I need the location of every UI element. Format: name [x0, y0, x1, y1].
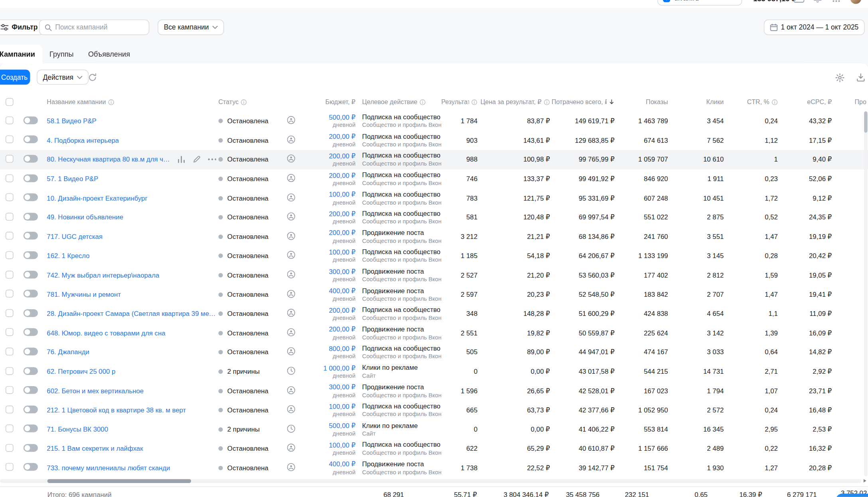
- campaign-name-link[interactable]: 717. UGC детская: [47, 233, 103, 241]
- budget-value[interactable]: 300,00 ₽: [329, 268, 356, 276]
- row-toggle[interactable]: [24, 213, 38, 221]
- campaign-name-link[interactable]: 733. почему миллениалы любят сканди: [47, 464, 170, 472]
- table-row[interactable]: 733. почему миллениалы любят сканди Оста…: [0, 458, 868, 477]
- row-toggle[interactable]: [24, 347, 38, 355]
- row-toggle[interactable]: [24, 232, 38, 240]
- row-toggle[interactable]: [24, 290, 38, 298]
- col-impressions[interactable]: Показы: [646, 99, 668, 105]
- row-checkbox[interactable]: [6, 367, 14, 375]
- budget-value[interactable]: 100,00 ₽: [329, 402, 356, 410]
- tab-groups[interactable]: Группы: [42, 45, 81, 63]
- tab-campaigns[interactable]: Кампании: [0, 45, 42, 63]
- row-toggle[interactable]: [24, 309, 38, 317]
- table-row[interactable]: 781. Мужчины и ремонт Остановлена 400,00…: [0, 285, 868, 304]
- budget-value[interactable]: 1 000,00 ₽: [324, 364, 356, 372]
- campaign-name-link[interactable]: 4. Подборка интерьера: [47, 136, 119, 144]
- campaign-name-link[interactable]: 648. Юмор. видео с товарами для сна: [47, 329, 165, 337]
- row-toggle[interactable]: [24, 463, 38, 471]
- campaign-name-link[interactable]: 742. Муж выбрал интерьер\наорала: [47, 271, 159, 279]
- account-selector[interactable]: divan.ru: [657, 0, 742, 6]
- campaign-name-link[interactable]: 162. 1 Кресло: [47, 252, 89, 260]
- budget-value[interactable]: 300,00 ₽: [329, 383, 356, 391]
- table-row[interactable]: 10. Дизайн-проект Екатеринбург Остановле…: [0, 189, 868, 208]
- edit-pencil-icon[interactable]: [193, 156, 201, 164]
- row-toggle[interactable]: [24, 116, 38, 124]
- row-toggle[interactable]: [24, 136, 38, 144]
- budget-value[interactable]: 200,00 ₽: [329, 172, 356, 179]
- campaign-name-link[interactable]: 49. Новинки объявление: [47, 213, 123, 221]
- campaign-type-select[interactable]: Все кампании: [158, 20, 224, 35]
- table-settings-button[interactable]: [834, 73, 844, 83]
- col-spent[interactable]: Потрачено всего, ₽: [552, 98, 607, 106]
- campaign-name-link[interactable]: 80. Нескучная квартира 80 кв.м для четве…: [47, 156, 170, 164]
- table-row[interactable]: 212. 1 Цветовой код в квартире 38 кв. м …: [0, 400, 868, 420]
- row-toggle[interactable]: [24, 386, 38, 394]
- date-range-button[interactable]: 1 окт 2024 — 1 окт 2025: [763, 20, 864, 35]
- select-all-checkbox[interactable]: [6, 98, 14, 106]
- campaign-name-link[interactable]: 212. 1 Цветовой код в квартире 38 кв. м …: [47, 406, 186, 414]
- table-row[interactable]: 717. UGC детская Остановлена 200,00 ₽ дн…: [0, 227, 868, 246]
- row-toggle[interactable]: [24, 270, 38, 278]
- row-checkbox[interactable]: [6, 213, 14, 221]
- apps-grid-icon[interactable]: [832, 0, 840, 6]
- vertical-scrollbar-thumb[interactable]: [864, 111, 867, 132]
- payments-icon[interactable]: [793, 0, 805, 6]
- horizontal-scrollbar-thumb[interactable]: [47, 479, 191, 483]
- row-checkbox[interactable]: [6, 425, 14, 433]
- budget-value[interactable]: 500,00 ₽: [329, 422, 356, 430]
- table-row[interactable]: 76. Джапанди Остановлена 800,00 ₽ дневно…: [0, 343, 868, 362]
- budget-value[interactable]: 200,00 ₽: [329, 229, 356, 237]
- row-toggle[interactable]: [24, 155, 38, 163]
- row-toggle[interactable]: [24, 405, 38, 413]
- table-row[interactable]: 4. Подборка интерьера Остановлена 200,00…: [0, 131, 868, 150]
- balance[interactable]: 133 987,16 ₽: [753, 0, 797, 6]
- statistics-icon[interactable]: [177, 156, 185, 164]
- table-row[interactable]: 58.1 Видео P&P Остановлена 500,00 ₽ днев…: [0, 111, 868, 130]
- row-checkbox[interactable]: [6, 444, 14, 452]
- table-row[interactable]: 80. Нескучная квартира 80 кв.м для четве…: [0, 150, 868, 169]
- budget-value[interactable]: 800,00 ₽: [329, 345, 356, 353]
- budget-value[interactable]: 100,00 ₽: [329, 441, 356, 449]
- actions-button[interactable]: Действия: [37, 70, 89, 85]
- row-checkbox[interactable]: [6, 463, 14, 471]
- table-row[interactable]: 71. Бонусы ВК 3000 2 причины 500,00 ₽ дн…: [0, 420, 868, 439]
- row-checkbox[interactable]: [6, 116, 14, 124]
- row-checkbox[interactable]: [6, 290, 14, 298]
- table-row[interactable]: 62. Петрович 25 000 р 2 причины 1 000,00…: [0, 362, 868, 381]
- col-cost-per-result[interactable]: Цена за результат, ₽: [480, 98, 541, 106]
- tab-ads[interactable]: Объявления: [81, 45, 137, 63]
- table-row[interactable]: 215. 1 Вам секретик и лайфхак Остановлен…: [0, 439, 868, 458]
- help-button[interactable]: [836, 493, 868, 497]
- row-checkbox[interactable]: [6, 270, 14, 278]
- row-checkbox[interactable]: [6, 174, 14, 182]
- row-checkbox[interactable]: [6, 155, 14, 163]
- row-toggle[interactable]: [24, 367, 38, 375]
- refresh-button[interactable]: [87, 73, 97, 83]
- table-row[interactable]: 28. Дизайн-проект Самара (Светлая кварти…: [0, 304, 868, 323]
- table-row[interactable]: 162. 1 Кресло Остановлена 100,00 ₽ дневн…: [0, 247, 868, 266]
- budget-value[interactable]: 200,00 ₽: [329, 325, 356, 333]
- export-button[interactable]: [856, 73, 866, 83]
- row-toggle[interactable]: [24, 193, 38, 201]
- search-input[interactable]: [55, 24, 144, 32]
- notifications-bell-icon[interactable]: [813, 0, 822, 6]
- row-checkbox[interactable]: [6, 405, 14, 413]
- row-toggle[interactable]: [24, 425, 38, 433]
- col-ecpc[interactable]: eCPC, ₽: [807, 98, 832, 106]
- table-row[interactable]: 648. Юмор. видео с товарами для сна Оста…: [0, 323, 868, 343]
- row-checkbox[interactable]: [6, 251, 14, 259]
- budget-value[interactable]: 400,00 ₽: [329, 460, 356, 468]
- budget-value[interactable]: 100,00 ₽: [329, 191, 356, 199]
- create-button[interactable]: Создать: [0, 70, 30, 85]
- row-checkbox[interactable]: [6, 136, 14, 144]
- row-toggle[interactable]: [24, 328, 38, 336]
- scroll-right-arrow-icon[interactable]: [864, 479, 866, 482]
- campaign-name-link[interactable]: 62. Петрович 25 000 р: [47, 368, 115, 376]
- campaign-name-link[interactable]: 76. Джапанди: [47, 349, 89, 357]
- campaign-name-link[interactable]: 58.1 Видео P&P: [47, 117, 96, 125]
- col-next-truncated[interactable]: Про: [854, 99, 866, 105]
- row-checkbox[interactable]: [6, 232, 14, 240]
- col-ctr[interactable]: CTR, %: [747, 99, 769, 105]
- campaign-name-link[interactable]: 781. Мужчины и ремонт: [47, 291, 121, 299]
- budget-value[interactable]: 400,00 ₽: [329, 287, 356, 295]
